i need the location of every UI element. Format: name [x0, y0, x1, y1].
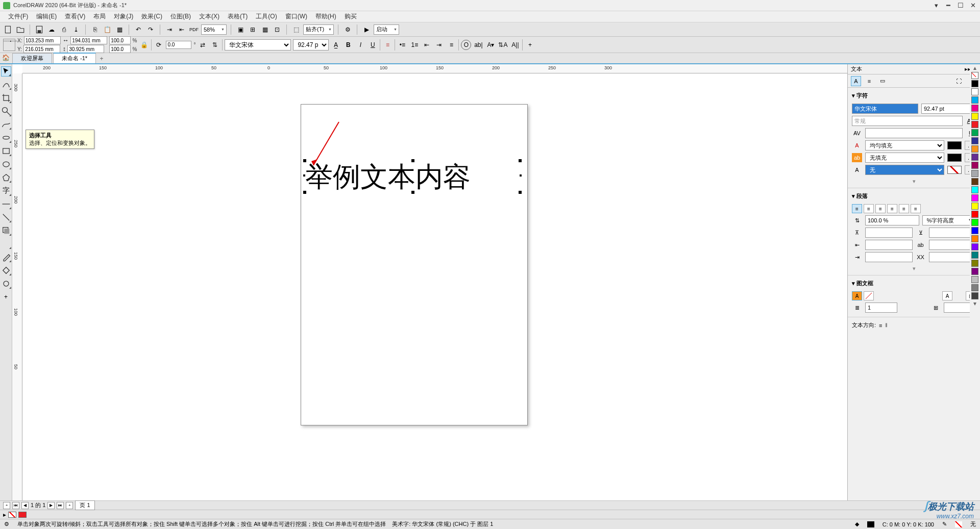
- tool-zoom[interactable]: [1, 106, 11, 116]
- tab-document[interactable]: 未命名 -1*: [53, 53, 96, 63]
- tool-rectangle[interactable]: [1, 146, 11, 156]
- maximize-icon[interactable]: ☐: [957, 2, 965, 10]
- menu-object[interactable]: 对象(J): [110, 12, 137, 21]
- tool-effects[interactable]: [1, 225, 11, 236]
- tab-welcome[interactable]: 欢迎屏幕: [12, 53, 52, 63]
- direction-ttb-button[interactable]: ⦀: [885, 322, 888, 329]
- docker-tab-frame[interactable]: ▭: [877, 76, 888, 86]
- launch-icon[interactable]: ▶: [361, 24, 372, 35]
- palette-up-icon[interactable]: ▴: [973, 64, 976, 71]
- add-page-after-button[interactable]: +: [66, 502, 73, 509]
- first-page-button[interactable]: ⏮: [12, 502, 19, 509]
- color-swatch[interactable]: [971, 145, 978, 153]
- origin-icon[interactable]: ○○○○●○○○○: [3, 39, 15, 51]
- add-tab-button[interactable]: +: [97, 54, 106, 63]
- tool-artistic[interactable]: [1, 133, 11, 143]
- tool-pick[interactable]: [1, 66, 11, 77]
- palette-flyout-icon[interactable]: ▸: [3, 511, 6, 518]
- y-input[interactable]: [23, 45, 60, 53]
- ruler-vertical[interactable]: 300 250 200 150 100 50: [12, 73, 22, 500]
- grid-button[interactable]: ▦: [260, 24, 270, 35]
- right-indent-input[interactable]: [865, 252, 913, 262]
- spacing-unit-combo[interactable]: %字符高度: [922, 215, 976, 225]
- color-swatch[interactable]: [971, 121, 978, 128]
- new-button[interactable]: [3, 24, 13, 35]
- expand-icon[interactable]: ▾: [852, 177, 976, 186]
- tool-transparency[interactable]: [1, 239, 11, 249]
- menu-bitmap[interactable]: 位图(B): [166, 12, 195, 21]
- before-input[interactable]: [865, 228, 913, 238]
- menu-file[interactable]: 文件(F): [4, 12, 32, 21]
- docker-font-input[interactable]: [852, 104, 918, 114]
- color-swatch[interactable]: [971, 129, 978, 136]
- selection-handle[interactable]: [519, 191, 522, 194]
- redo-button[interactable]: ↷: [145, 24, 156, 35]
- font-family-combo[interactable]: 华文宋体: [225, 39, 291, 51]
- color-swatch[interactable]: [971, 137, 978, 144]
- docker-expand-icon[interactable]: ⛶: [953, 76, 964, 86]
- tool-connector[interactable]: [1, 212, 11, 222]
- page-tab[interactable]: 页 1: [75, 500, 94, 510]
- menu-text[interactable]: 文本(X): [195, 12, 224, 21]
- direction-ltr-button[interactable]: ≡: [879, 322, 882, 329]
- color-swatch[interactable]: [971, 113, 978, 120]
- rotation-input[interactable]: [166, 41, 191, 49]
- prev-page-button[interactable]: ◀: [21, 502, 29, 509]
- menu-help[interactable]: 帮助(H): [311, 12, 340, 21]
- save-button[interactable]: [34, 24, 44, 35]
- mirror-h-button[interactable]: ⇄: [198, 40, 208, 50]
- selection-handle[interactable]: [519, 159, 522, 162]
- indent-dec-button[interactable]: ⇤: [422, 40, 432, 50]
- mirror-v-button[interactable]: ⇅: [210, 40, 220, 50]
- selection-handle[interactable]: [303, 159, 306, 162]
- text-options-button[interactable]: A▾: [485, 40, 496, 50]
- fill-color-indicator[interactable]: [867, 521, 874, 527]
- cloud-button[interactable]: ☁: [46, 24, 57, 35]
- color-swatch[interactable]: [971, 186, 978, 193]
- color-swatch[interactable]: [971, 227, 978, 234]
- frame-cols-button[interactable]: A: [942, 291, 952, 300]
- docker-bgfill-combo[interactable]: 无填充: [865, 153, 944, 163]
- docker-tab-char[interactable]: A: [851, 76, 861, 86]
- font-size-combo[interactable]: 92.47 pt: [293, 39, 329, 51]
- menu-effects[interactable]: 效果(C): [137, 12, 166, 21]
- fill-swatch[interactable]: [947, 141, 962, 149]
- collapse-icon[interactable]: ▾: [852, 92, 855, 98]
- width-input[interactable]: [70, 36, 107, 44]
- outline-swatch[interactable]: [947, 166, 962, 174]
- collapse-icon[interactable]: ▾: [852, 193, 855, 199]
- vertical-text-button[interactable]: ⇅A: [498, 40, 508, 50]
- menu-tools[interactable]: 工具(O): [252, 12, 281, 21]
- underline-button[interactable]: U: [368, 40, 378, 50]
- menu-buy[interactable]: 购买: [340, 12, 361, 21]
- outline-color-indicator[interactable]: [955, 521, 962, 527]
- import-button[interactable]: ⇥: [164, 24, 175, 35]
- color-swatch[interactable]: [971, 203, 978, 210]
- color-swatch[interactable]: [971, 235, 978, 242]
- tool-freehand[interactable]: [1, 119, 11, 130]
- after-input[interactable]: [929, 228, 976, 238]
- export-button[interactable]: ⤓: [71, 24, 81, 35]
- menu-edit[interactable]: 编辑(E): [32, 12, 61, 21]
- ruler-horizontal[interactable]: 200 150 100 50 0 50 100 150 200 250 300: [22, 64, 847, 73]
- docker-fill-combo[interactable]: 均匀填充: [865, 140, 944, 150]
- color-swatch[interactable]: [971, 260, 978, 267]
- italic-button[interactable]: I: [355, 40, 365, 50]
- line-spacing-input[interactable]: [865, 215, 919, 225]
- color-swatch[interactable]: [971, 243, 978, 250]
- align-force-button[interactable]: ≡: [911, 204, 921, 213]
- selection-handle[interactable]: [411, 159, 414, 162]
- undo-button[interactable]: ↶: [133, 24, 143, 35]
- align-button[interactable]: ≡: [382, 40, 393, 50]
- fullscreen-button[interactable]: ▣: [235, 24, 246, 35]
- color-swatch[interactable]: [971, 251, 978, 259]
- selection-handle[interactable]: [303, 191, 306, 194]
- fill-indicator-icon[interactable]: ◆: [855, 521, 859, 527]
- export2-button[interactable]: ⇤: [177, 24, 187, 35]
- clipboard-button[interactable]: ▦: [114, 24, 125, 35]
- color-swatch[interactable]: [971, 284, 978, 291]
- color-swatch[interactable]: [971, 96, 978, 104]
- outline-indicator-icon[interactable]: ✎: [942, 521, 947, 527]
- home-icon[interactable]: 🏠: [2, 54, 11, 63]
- color-swatch[interactable]: [971, 170, 978, 177]
